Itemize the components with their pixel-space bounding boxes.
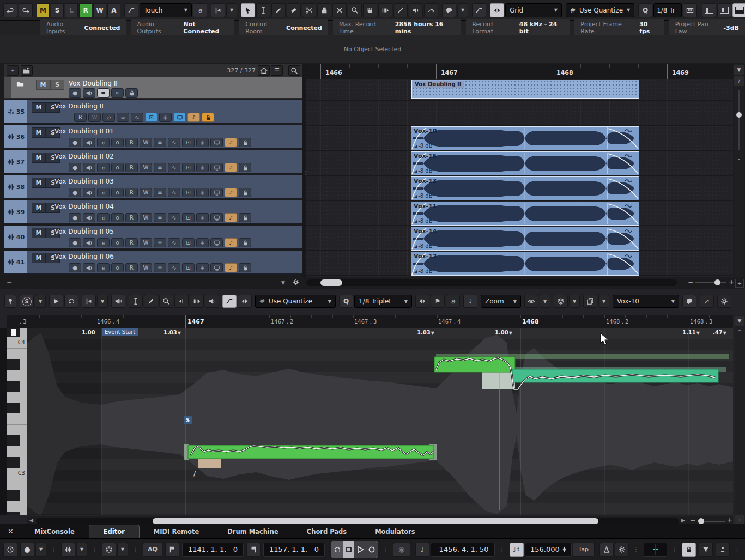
record-enable-button[interactable]: ● — [69, 213, 81, 222]
track-row[interactable]: 41MSVox Doubling II 06●eoRW≡∿⊡⋕♪ — [4, 251, 302, 275]
zoom-tool[interactable] — [348, 3, 362, 17]
inserts-state-button[interactable]: ⊡ — [182, 263, 195, 272]
edit-channel-button[interactable]: e — [97, 138, 110, 147]
read-automation-button[interactable]: R — [125, 188, 138, 197]
vzoom-plus[interactable]: ⌃ — [734, 156, 744, 166]
inserts-state-button[interactable]: ⊡ — [182, 238, 195, 247]
timebase-button[interactable]: ♪ — [225, 238, 237, 247]
strip-state-button[interactable] — [210, 263, 223, 272]
automation-indicator[interactable]: ∿ — [131, 113, 143, 122]
metronome-setup-button[interactable] — [615, 543, 629, 557]
automation-indicator[interactable]: ∿ — [168, 263, 180, 272]
editor-color-menu[interactable] — [682, 295, 696, 308]
edit-channel-button[interactable]: e — [97, 213, 110, 222]
timebase-button[interactable]: ♪ — [225, 138, 237, 147]
glue-tool[interactable] — [317, 3, 331, 17]
piano-key-white[interactable] — [7, 392, 27, 403]
punch-button[interactable]: ◉ — [393, 543, 410, 557]
audio-event[interactable]: Vox-10◢-8 dB — [411, 126, 639, 150]
edit-channel-button[interactable]: e — [97, 163, 110, 172]
hzoom-thumb[interactable] — [714, 279, 720, 285]
editor-play-tool[interactable] — [205, 295, 219, 308]
acoustic-feedback-button[interactable] — [111, 295, 125, 308]
status-item[interactable]: Audio OutputsNot Connected — [131, 19, 234, 37]
timebase-button[interactable]: ♪ — [225, 188, 237, 197]
quantize-lengths-button[interactable] — [415, 295, 429, 308]
folder-solo-button[interactable]: S — [50, 80, 64, 90]
zone-divider[interactable]: ⋮⋮ — [302, 63, 306, 277]
time-format-button[interactable]: ♩ — [415, 543, 429, 557]
audition-loop-button[interactable] — [64, 295, 78, 308]
freeze-button[interactable]: o — [111, 263, 124, 272]
redo-button[interactable] — [19, 3, 33, 17]
track-name[interactable]: Vox Doubling II 03 — [54, 178, 114, 185]
marker-button[interactable] — [716, 543, 730, 557]
track-scale-gear[interactable] — [292, 278, 300, 288]
track-row[interactable]: 40MSVox Doubling II 05●eoRW≡∿⊡⋕♪ — [4, 226, 302, 249]
editor-draw-tool[interactable] — [144, 295, 158, 308]
tempo-display[interactable]: 156.000▲▼ — [525, 543, 572, 557]
piano-key-black[interactable] — [7, 457, 20, 468]
status-item[interactable]: Control RoomConnected — [239, 19, 328, 37]
piano-key-white[interactable] — [7, 424, 27, 435]
split-tool[interactable] — [302, 3, 316, 17]
monitor-button[interactable] — [83, 163, 95, 172]
record-enable-button[interactable]: ● — [69, 238, 81, 247]
position-display[interactable]: 1456. 4. 1. 50 — [431, 543, 495, 557]
vzoom-thumb[interactable] — [736, 112, 742, 118]
tab-midi-remote[interactable]: MIDI Remote — [140, 525, 213, 538]
monitor-button[interactable] — [83, 238, 95, 247]
automation-mode-dropdown[interactable]: Touch▼ — [140, 3, 192, 17]
piano-keyboard[interactable]: C4C3 — [7, 328, 27, 515]
editor-pin-button[interactable] — [4, 295, 16, 308]
grid-type-dropdown[interactable]: Grid▼ — [505, 3, 562, 17]
piano-key-white[interactable] — [7, 370, 27, 381]
lower-zone-toggle[interactable] — [732, 3, 745, 17]
ed-hscroll-thumb[interactable] — [153, 518, 598, 524]
audio-activity-button[interactable] — [61, 543, 75, 557]
lock-button[interactable] — [239, 213, 251, 222]
show-lanes-button[interactable]: ≡ — [154, 163, 166, 172]
freeze-button[interactable]: o — [111, 138, 124, 147]
freeze-button[interactable]: o — [111, 163, 124, 172]
sends-state-button[interactable]: ⋕ — [196, 263, 209, 272]
global-a-button[interactable]: A — [107, 3, 120, 17]
track-row[interactable]: 39MSVox Doubling II 04●eoRW≡∿⊡⋕♪ — [4, 200, 302, 224]
lock-button[interactable] — [239, 138, 251, 147]
automation-indicator[interactable]: ∿ — [168, 213, 180, 222]
piano-key-white[interactable] — [7, 479, 27, 490]
freeze-button[interactable]: o — [111, 188, 124, 197]
close-lower-zone-button[interactable]: ✕ — [0, 527, 20, 538]
write-automation-button[interactable]: W — [140, 213, 152, 222]
iterative-quantize-button[interactable]: Q — [638, 3, 652, 17]
track-name[interactable]: Vox Doubling II — [54, 102, 104, 110]
track-layers-menu[interactable]: ▼ — [569, 295, 580, 308]
edit-channel-button[interactable]: e — [97, 188, 110, 197]
read-automation-button[interactable]: R — [125, 238, 138, 247]
global-m-button[interactable]: M — [37, 3, 50, 17]
right-locator-display[interactable]: 1157. 1. 1. 0 — [263, 543, 325, 557]
audio-event[interactable]: Vox-14◢-8 dB — [411, 227, 639, 251]
lock-button[interactable] — [239, 188, 251, 197]
project-ruler[interactable]: 1466146714681469 — [306, 64, 733, 80]
editor-ruler[interactable]: . 31466 . 414671467 . 21467 . 31467 . 41… — [7, 315, 733, 328]
lock-button[interactable] — [239, 163, 251, 172]
lock-button[interactable] — [239, 238, 251, 247]
folder-part[interactable]: Vox Doubling II — [411, 80, 639, 99]
draw-tool[interactable] — [271, 3, 286, 17]
inserts-state-button[interactable]: ⊡ — [145, 113, 158, 122]
pitch-segment-blocks[interactable] — [188, 357, 718, 459]
musical-mode-button[interactable]: ♩ — [463, 295, 477, 308]
strip-state-button[interactable] — [210, 163, 223, 172]
global-r-button[interactable]: R — [79, 3, 92, 17]
sends-state-button[interactable]: ⋕ — [196, 138, 209, 147]
audition-play-button[interactable] — [49, 295, 63, 308]
record-enable-button[interactable]: ● — [69, 263, 81, 272]
editor-trim-tool[interactable] — [174, 295, 189, 308]
active-part-dropdown[interactable]: Vox-10▼ — [613, 295, 679, 308]
ed-scroll-down[interactable]: ▼ — [735, 316, 744, 326]
line-tool[interactable] — [393, 3, 408, 17]
warp-marker[interactable]: 1.00▼ — [495, 330, 512, 336]
track-name[interactable]: Vox Doubling II 05 — [54, 228, 114, 235]
track-color-cell[interactable]: 40 — [4, 226, 27, 248]
